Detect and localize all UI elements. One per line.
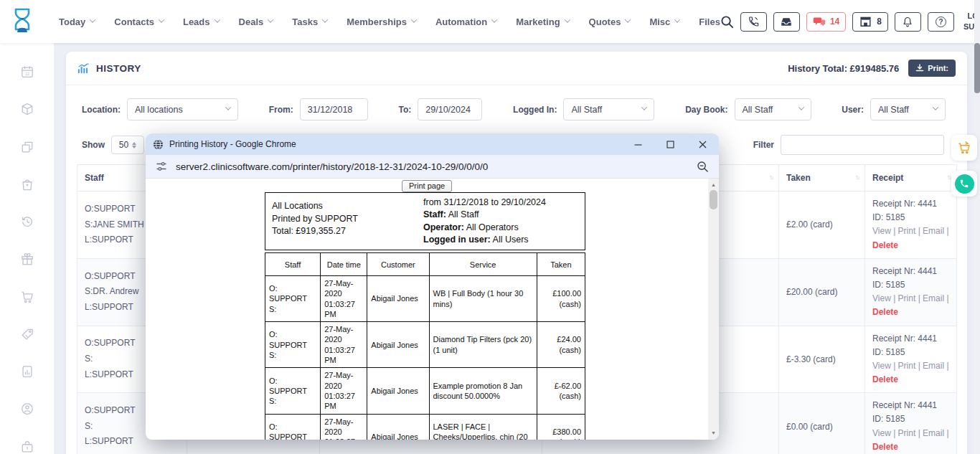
copy-icon[interactable] [19,140,36,154]
view-link[interactable]: View [872,361,891,371]
left-sidebar: 12 [0,43,54,454]
chat-button[interactable]: 14 [806,12,846,32]
day-book-select[interactable]: All Staff [735,98,811,120]
table-filter: Filter [753,135,944,155]
chevron-down-icon [564,16,570,22]
download-icon [915,64,924,72]
search-icon[interactable] [720,15,734,29]
chevron-down-icon [159,16,164,22]
nav-tasks[interactable]: Tasks [292,16,327,27]
day-book-filter: Day Book: All Staff [685,98,811,120]
delete-link[interactable]: Delete [872,373,949,387]
print-link[interactable]: Print [898,226,916,236]
cart-fab-button[interactable] [951,135,977,161]
nav-leads[interactable]: Leads [183,16,220,27]
logged-in-select[interactable]: All Staff [563,98,654,120]
popup-title-bar[interactable]: Printing History - Google Chrome [146,133,719,155]
print-table-row: O: SUPPORT S:27-May-2020 01:03:27 PM Abi… [265,276,585,322]
user-select[interactable]: All Staff [870,98,946,120]
print-link[interactable]: Print [898,428,916,438]
print-button[interactable]: Print: [908,60,956,77]
chevron-down-icon [214,16,220,22]
target-icon[interactable] [19,402,36,416]
popup-url[interactable]: server2.clinicsoftware.com/printer/histo… [176,161,688,172]
products-icon[interactable] [19,102,36,116]
column-taken-label: Taken [786,173,811,183]
print-page-button[interactable]: Print page [402,180,452,192]
nav-today-label: Today [59,16,85,27]
taken-cell: £0.00 (card) [779,393,865,454]
phone-fab-button[interactable] [951,171,977,197]
nav-today[interactable]: Today [59,16,95,27]
delete-link[interactable]: Delete [872,440,949,454]
email-link[interactable]: Email [923,226,944,236]
page-scrollbar-thumb[interactable] [974,43,980,93]
report-icon[interactable] [19,364,36,379]
email-link[interactable]: Email [923,361,944,371]
user-value: All Staff [878,105,909,115]
receipt-cell: Receipt Nr: 4441 ID: 5185 View | Print |… [865,393,957,454]
receipt-number: Receipt Nr: 4441 [872,332,949,346]
email-link[interactable]: Email [923,428,944,438]
doc-col-taken: Taken [537,253,585,276]
nav-memberships[interactable]: Memberships [347,16,416,27]
minimize-button[interactable] [622,133,654,155]
view-link[interactable]: View [872,293,891,303]
chevron-down-icon [322,16,328,22]
separator: | [893,226,895,236]
clinicsoftware-logo[interactable] [11,7,33,36]
history-icon[interactable] [19,214,36,229]
site-settings-icon[interactable] [156,161,167,172]
column-receipt[interactable]: Receipt↑↓ [865,165,957,191]
from-date-input[interactable]: 31/12/2018 [300,98,368,120]
view-link[interactable]: View [872,428,891,438]
to-date-input[interactable]: 29/10/2024 [418,98,482,120]
nav-files[interactable]: Files [699,16,720,27]
doc-col-staff: Staff [265,253,321,276]
nav-deals[interactable]: Deals [239,16,273,27]
taken-cell: £-3.30 (card) [779,326,865,393]
doc-logged-user: Logged in user: All Users [423,234,582,246]
view-link[interactable]: View [872,226,891,236]
location-select[interactable]: All locations [127,98,238,120]
show-entries-select[interactable]: 50 [111,136,144,154]
print-link[interactable]: Print [898,361,916,371]
receipt-number: Receipt Nr: 4441 [872,399,949,412]
phone-button[interactable] [740,12,767,32]
nav-quotes[interactable]: Quotes [589,16,631,27]
window-controls [622,133,719,155]
scroll-up-arrow[interactable]: ▲ [708,179,719,190]
case-icon[interactable] [19,440,36,454]
cart-icon[interactable] [19,290,36,304]
delete-link[interactable]: Delete [872,239,949,252]
location-filter: Location: All locations [82,98,238,120]
help-button[interactable]: ? [928,12,954,32]
notifications-button[interactable] [895,12,921,32]
pos-button[interactable]: 8 [852,12,888,32]
filter-input[interactable] [781,135,944,155]
print-link[interactable]: Print [898,293,916,303]
logged-in-label: Logged In: [513,105,557,115]
from-label: From: [269,105,293,115]
scroll-down-arrow[interactable]: ▼ [708,427,719,438]
receipt-number: Receipt Nr: 4441 [872,265,949,278]
popup-scrollbar-thumb[interactable] [710,190,717,209]
nav-automation[interactable]: Automation [435,16,496,27]
shop-bag-icon[interactable] [19,177,36,191]
tag-icon[interactable] [19,327,36,341]
delete-link[interactable]: Delete [872,306,949,319]
nav-misc-label: Misc [649,16,670,27]
nav-contacts[interactable]: Contacts [114,16,164,27]
nav-misc[interactable]: Misc [649,16,679,27]
zoom-out-icon[interactable] [697,161,709,173]
gift-icon[interactable] [19,252,36,266]
email-link[interactable]: Email [923,293,944,303]
calendar-icon[interactable]: 12 [19,65,36,79]
nav-marketing-label: Marketing [516,16,560,27]
close-button[interactable] [687,133,719,155]
doc-date-range: from 31/12/2018 to 29/10/2024 [423,197,582,209]
column-taken[interactable]: Taken↑↓ [779,165,865,191]
nav-marketing[interactable]: Marketing [516,16,569,27]
maximize-button[interactable] [654,133,687,155]
inbox-button[interactable] [773,12,800,32]
